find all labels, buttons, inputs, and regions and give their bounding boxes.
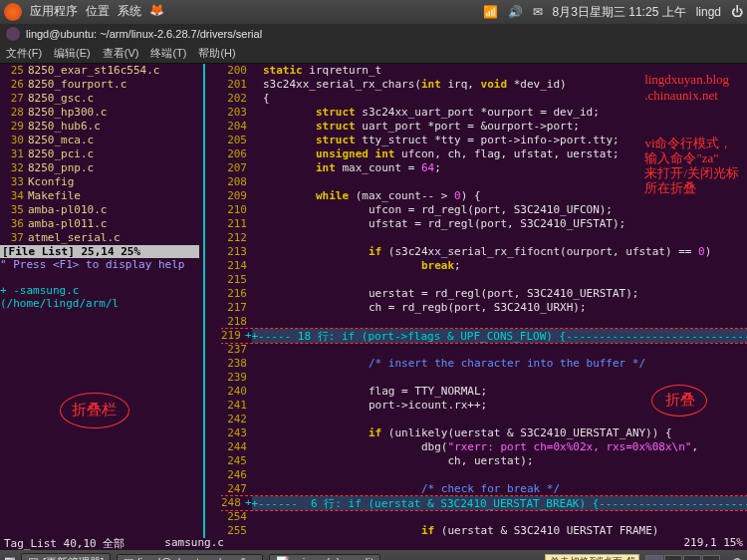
taskbar-gedit[interactable]: 📝.vimrc (~) - gedit bbox=[269, 554, 380, 561]
terminal-menubar: 文件(F) 编辑(E) 查看(V) 终端(T) 帮助(H) bbox=[0, 44, 747, 64]
code-line[interactable]: 210 ufcon = rd_regl(port, S3C2410_UFCON)… bbox=[221, 203, 747, 217]
winmanager-ext[interactable]: + -samsung.c (/home/lingd/arm/l bbox=[0, 284, 199, 310]
code-line[interactable]: 204 struct uart_port *port = &ourport->p… bbox=[221, 120, 747, 134]
menu-file[interactable]: 文件(F) bbox=[6, 46, 42, 61]
code-line[interactable]: 246 bbox=[221, 468, 747, 482]
show-desktop-icon[interactable]: 🗔 bbox=[4, 556, 15, 560]
code-line[interactable]: 245 ch, uerstat); bbox=[221, 454, 747, 468]
volume-icon[interactable]: 🔊 bbox=[508, 5, 523, 19]
code-line[interactable]: 254 bbox=[221, 510, 747, 524]
file-list-status: [File List] 25,14 25% bbox=[0, 245, 199, 258]
file-list-row[interactable]: 27 8250_gsc.c bbox=[0, 92, 199, 106]
code-line[interactable]: 211 ufstat = rd_regl(port, S3C2410_UFSTA… bbox=[221, 217, 747, 231]
file-list-row[interactable]: 37 atmel_serial.c bbox=[0, 231, 199, 245]
code-line[interactable]: 255 if (uerstat & S3C2410_UERSTAT_FRAME) bbox=[221, 524, 747, 536]
file-list-row[interactable]: 31 8250_pci.c bbox=[0, 147, 199, 161]
file-list-row[interactable]: 30 8250_mca.c bbox=[0, 134, 199, 147]
trash-icon[interactable]: 🗑 bbox=[732, 556, 743, 560]
file-list-row[interactable]: 33 Kconfig bbox=[0, 175, 199, 189]
code-line[interactable]: 217 ch = rd_regb(port, S3C2410_URXH); bbox=[221, 301, 747, 315]
code-line[interactable]: 213 if (s3c24xx_serial_rx_fifocnt(ourpor… bbox=[221, 245, 747, 259]
code-line[interactable]: 216 uerstat = rd_regl(port, S3C2410_UERS… bbox=[221, 287, 747, 301]
code-line[interactable]: 214 break; bbox=[221, 259, 747, 273]
update-icon: 🛡 bbox=[28, 556, 39, 560]
firefox-icon[interactable]: 🦊 bbox=[149, 3, 164, 21]
fold-column[interactable] bbox=[199, 64, 221, 536]
code-line[interactable]: 202 { bbox=[221, 92, 747, 106]
terminal-titlebar[interactable]: lingd@ubuntu: ~/arm/linux-2.6.28.7/drive… bbox=[0, 24, 747, 44]
taglist-pane[interactable]: 25 8250_exar_st16c554.c26 8250_fourport.… bbox=[0, 64, 199, 536]
code-line[interactable]: 248++------ 6 行: if (uerstat & S3C2410_U… bbox=[221, 496, 747, 510]
workspace-3[interactable] bbox=[683, 555, 701, 560]
vim-editor: 25 8250_exar_st16c554.c26 8250_fourport.… bbox=[0, 64, 747, 536]
workspace-4[interactable] bbox=[702, 555, 720, 560]
user-menu[interactable]: lingd bbox=[696, 5, 721, 19]
taskbar-terminal[interactable]: ▣lingd@ubuntu: ~/arm/l… bbox=[117, 554, 263, 561]
code-line[interactable]: 239 bbox=[221, 371, 747, 385]
menu-edit[interactable]: 编辑(E) bbox=[54, 46, 91, 61]
code-line[interactable]: 206 unsigned int ufcon, ch, flag, ufstat… bbox=[221, 147, 747, 161]
menu-places[interactable]: 位置 bbox=[86, 3, 110, 21]
vim-statusline: Tag_List 40,10 全部 samsung.c 219,1 15% bbox=[0, 536, 747, 550]
workspace-1[interactable] bbox=[645, 555, 663, 560]
network-icon[interactable]: 📶 bbox=[483, 5, 498, 19]
terminal-icon bbox=[6, 27, 20, 41]
code-line[interactable]: 241 port->icount.rx++; bbox=[221, 399, 747, 413]
workspace-tooltip: 单击切换到"桌面 4" bbox=[545, 554, 639, 560]
file-list-row[interactable]: 34 Makefile bbox=[0, 189, 199, 203]
code-line[interactable]: 218 bbox=[221, 315, 747, 329]
ubuntu-logo-icon[interactable] bbox=[4, 3, 22, 21]
file-list-row[interactable]: 26 8250_fourport.c bbox=[0, 78, 199, 92]
code-line[interactable]: 219++----- 18 行: if (port->flags & UPF_C… bbox=[221, 329, 747, 343]
power-icon[interactable]: ⏻ bbox=[731, 5, 743, 19]
file-list-row[interactable]: 35 amba-pl010.c bbox=[0, 203, 199, 217]
menu-applications[interactable]: 应用程序 bbox=[30, 3, 78, 21]
mail-icon[interactable]: ✉ bbox=[533, 5, 543, 19]
clock[interactable]: 8月3日星期三 11:25 上午 bbox=[553, 4, 686, 21]
file-list-row[interactable]: 36 amba-pl011.c bbox=[0, 217, 199, 231]
code-line[interactable]: 200 static irqreturn_t bbox=[221, 64, 747, 78]
file-list-row[interactable]: 32 8250_pnp.c bbox=[0, 161, 199, 175]
code-line[interactable]: 238 /* insert the character into the buf… bbox=[221, 357, 747, 371]
workspace-2[interactable] bbox=[664, 555, 682, 560]
menu-help[interactable]: 帮助(H) bbox=[198, 46, 235, 61]
code-line[interactable]: 203 struct s3c24xx_uart_port *ourport = … bbox=[221, 106, 747, 120]
code-line[interactable]: 243 if (unlikely(uerstat & S3C2410_UERST… bbox=[221, 426, 747, 440]
code-line[interactable]: 205 struct tty_struct *tty = port->info-… bbox=[221, 134, 747, 147]
file-list-row[interactable]: 28 8250_hp300.c bbox=[0, 106, 199, 120]
terminal-task-icon: ▣ bbox=[124, 556, 133, 561]
code-line[interactable]: 215 bbox=[221, 273, 747, 287]
status-filename: samsung.c bbox=[164, 536, 224, 550]
code-line[interactable]: 209 while (max_count-- > 0) { bbox=[221, 189, 747, 203]
code-pane[interactable]: 200 static irqreturn_t201 s3c24xx_serial… bbox=[221, 64, 747, 536]
menu-view[interactable]: 查看(V) bbox=[103, 46, 139, 61]
top-panel: 应用程序 位置 系统 🦊 📶 🔊 ✉ 8月3日星期三 11:25 上午 ling… bbox=[0, 0, 747, 24]
code-line[interactable]: 242 bbox=[221, 413, 747, 426]
gedit-icon: 📝 bbox=[276, 556, 290, 561]
help-hint: " Press <F1> to display help bbox=[0, 258, 199, 271]
status-pos: 219,1 15% bbox=[683, 536, 743, 550]
code-line[interactable]: 247 /* check for break */ bbox=[221, 482, 747, 496]
code-line[interactable]: 207 int max_count = 64; bbox=[221, 161, 747, 175]
file-list-row[interactable]: 25 8250_exar_st16c554.c bbox=[0, 64, 199, 78]
terminal-title: lingd@ubuntu: ~/arm/linux-2.6.28.7/drive… bbox=[26, 28, 262, 40]
menu-terminal[interactable]: 终端(T) bbox=[150, 46, 186, 61]
workspace-switcher[interactable] bbox=[645, 555, 720, 560]
code-line[interactable]: 244 dbg("rxerr: port ch=0x%02x, rxs=0x%0… bbox=[221, 440, 747, 454]
status-left: Tag_List 40,10 全部 bbox=[4, 536, 124, 550]
code-line[interactable]: 237 bbox=[221, 343, 747, 357]
bottom-panel: 🗔 🛡[更新管理器] ▣lingd@ubuntu: ~/arm/l… 📝.vim… bbox=[0, 550, 747, 560]
code-line[interactable]: 201 s3c24xx_serial_rx_chars(int irq, voi… bbox=[221, 78, 747, 92]
taskbar-update-manager[interactable]: 🛡[更新管理器] bbox=[21, 553, 111, 561]
code-line[interactable]: 208 bbox=[221, 175, 747, 189]
file-list-row[interactable]: 29 8250_hub6.c bbox=[0, 120, 199, 134]
menu-system[interactable]: 系统 bbox=[118, 3, 141, 21]
code-line[interactable]: 240 flag = TTY_NORMAL; bbox=[221, 385, 747, 399]
code-line[interactable]: 212 bbox=[221, 231, 747, 245]
